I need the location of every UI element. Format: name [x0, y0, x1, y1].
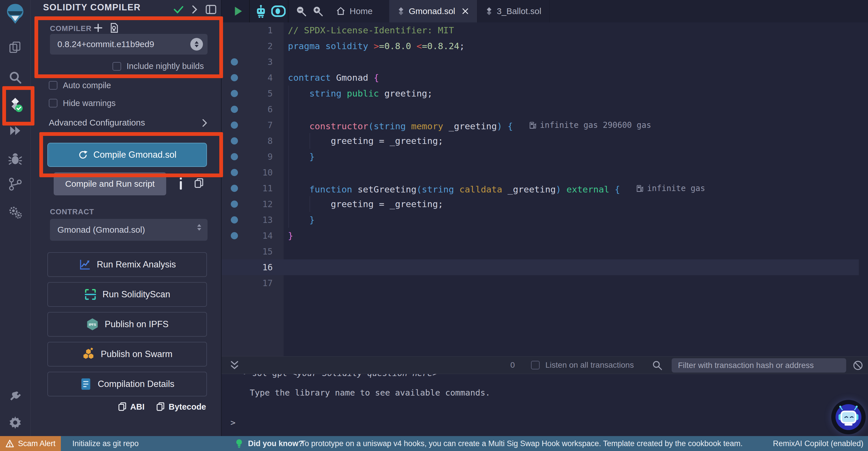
contract-select-value: Gmonad (Gmonad.sol) — [57, 225, 145, 235]
gutter-dot-icon[interactable] — [231, 185, 238, 192]
code-text: // SPDX-License-Identifier: MIT — [288, 22, 454, 38]
line-number: 13 — [239, 212, 273, 228]
copy-icon[interactable] — [194, 177, 204, 189]
debugger-icon[interactable] — [0, 151, 30, 166]
gutter-dot-icon[interactable] — [231, 216, 238, 224]
pin-panel-icon[interactable] — [205, 4, 217, 15]
zoom-out-icon[interactable] — [293, 0, 309, 22]
publish-on-ipfs-button[interactable]: IPFS Publish on IPFS — [48, 312, 207, 337]
terminal[interactable]: • sol-gpt <your Solidity question here> … — [222, 374, 868, 436]
git-icon[interactable] — [0, 176, 30, 191]
search-icon[interactable] — [652, 360, 662, 371]
deploy-run-icon[interactable] — [0, 123, 30, 138]
compiler-version-select[interactable]: 0.8.24+commit.e11b9ed9 — [50, 34, 208, 55]
code-line: 7 constructor(string memory _greeting) {… — [222, 117, 859, 133]
gutter-dot-icon[interactable] — [231, 232, 238, 239]
file-explorer-icon[interactable] — [0, 40, 30, 55]
chevron-right-icon[interactable] — [190, 5, 199, 15]
copy-icon — [156, 402, 165, 412]
tab-strip: HomeGmonad.sol3_Ballot.sol — [328, 0, 550, 22]
info-icon[interactable] — [179, 177, 183, 190]
terminal-prompt: > — [230, 418, 236, 427]
code-line: 11 function setGreeting(string calldata … — [222, 180, 859, 196]
run-remix-analysis-button[interactable]: Run Remix Analysis — [48, 252, 207, 277]
code-line: 2pragma solidity >=0.8.0 <=0.8.24; — [222, 38, 859, 54]
gutter-dot-icon[interactable] — [231, 58, 238, 65]
copy-bytecode-button[interactable]: Bytecode — [156, 402, 206, 412]
gutter-dot-icon[interactable] — [231, 106, 238, 113]
gutter-dot-icon[interactable] — [231, 200, 238, 208]
scam-alert-button[interactable]: Scam Alert — [0, 436, 61, 451]
clear-console-icon[interactable] — [852, 360, 863, 371]
line-number: 4 — [239, 70, 273, 86]
tab-3-ballot-sol[interactable]: 3_Ballot.sol — [477, 0, 550, 22]
publish-on-swarm-button[interactable]: Publish on Swarm — [48, 342, 207, 367]
auto-compile-checkbox[interactable] — [49, 81, 57, 90]
code-line: 15 — [222, 244, 859, 259]
close-icon[interactable] — [462, 7, 469, 15]
custom-compiler-file-icon[interactable] — [109, 22, 119, 33]
copy-abi-button[interactable]: ABI — [118, 402, 145, 412]
tab-gmonad-sol[interactable]: Gmonad.sol — [389, 0, 477, 22]
line-number: 2 — [239, 38, 273, 54]
plugin-manager-icon[interactable] — [0, 390, 30, 404]
run-solidityscan-button[interactable]: Run SolidityScan — [48, 282, 207, 307]
tab-home[interactable]: Home — [328, 0, 381, 22]
copilot-toggle-icon[interactable] — [269, 0, 288, 22]
compilation-details-button[interactable]: Compilation Details — [48, 372, 207, 396]
code-line: 10 — [222, 165, 859, 180]
ai-robot-icon[interactable] — [253, 0, 269, 22]
gears-play-icon[interactable] — [0, 205, 30, 220]
code-editor[interactable]: 1// SPDX-License-Identifier: MIT2pragma … — [222, 22, 868, 356]
solidity-icon — [397, 7, 405, 16]
chevron-right-icon[interactable] — [200, 118, 209, 128]
compile-and-run-button[interactable]: Compile and Run script — [54, 172, 166, 195]
gutter-dot-icon[interactable] — [231, 121, 238, 129]
advanced-configurations[interactable]: Advanced Configurations — [49, 118, 145, 128]
gutter-dot-icon[interactable] — [231, 90, 238, 97]
terminal-toolbar: 0 Listen on all transactions — [222, 356, 868, 374]
action-label: Publish on Swarm — [101, 349, 173, 359]
code-line: 5 string public greeting; — [222, 86, 859, 102]
code-line: 8 greeting = _greeting; — [222, 133, 859, 149]
transaction-filter-input[interactable] — [672, 358, 846, 373]
gutter-dot-icon[interactable] — [231, 169, 238, 176]
hide-warnings-checkbox[interactable] — [49, 99, 57, 107]
gutter-dot-icon[interactable] — [231, 153, 238, 160]
add-compiler-icon[interactable] — [93, 23, 103, 33]
settings-icon[interactable] — [0, 415, 30, 430]
listen-transactions-checkbox[interactable] — [531, 361, 539, 369]
init-git-repo-button[interactable]: Initialize as git repo — [72, 439, 138, 448]
remix-logo[interactable] — [0, 3, 30, 25]
code-line: 17 — [222, 275, 859, 291]
remix-ai-assistant-button[interactable] — [831, 400, 866, 434]
contract-select[interactable]: Gmonad (Gmonad.sol) — [50, 219, 208, 241]
code-text: function setGreeting(string calldata _gr… — [288, 180, 705, 197]
tip-text: To prototype on a uniswap v4 hooks, you … — [301, 439, 743, 448]
code-text: constructor(string memory _greeting) {in… — [288, 117, 651, 134]
transaction-count-badge: 0 — [510, 361, 515, 370]
line-number: 7 — [239, 117, 273, 133]
gas-estimate-annotation: infinite gas — [636, 180, 705, 196]
compile-button[interactable]: Compile Gmonad.sol — [48, 143, 207, 167]
gutter-dot-icon[interactable] — [231, 74, 238, 81]
code-line: 14} — [222, 228, 859, 244]
line-number: 15 — [239, 244, 273, 259]
expand-terminal-icon[interactable] — [229, 360, 239, 371]
line-number: 8 — [239, 133, 273, 149]
line-number: 16 — [239, 259, 273, 275]
line-number: 1 — [239, 22, 273, 38]
search-icon[interactable] — [0, 70, 30, 85]
zoom-in-icon[interactable] — [309, 0, 326, 22]
solidity-compiler-icon[interactable] — [0, 97, 30, 112]
compiled-check-icon — [173, 5, 184, 15]
icon-rail — [0, 0, 31, 436]
indent-guide — [288, 165, 289, 180]
abi-label: ABI — [130, 402, 145, 412]
select-arrows-icon — [190, 38, 203, 51]
run-script-play-icon[interactable] — [230, 0, 246, 22]
include-nightly-checkbox[interactable] — [113, 62, 121, 71]
copilot-status[interactable]: RemixAI Copilot (enabled) — [773, 439, 863, 448]
listen-transactions-label: Listen on all transactions — [546, 361, 634, 370]
gutter-dot-icon[interactable] — [231, 137, 238, 144]
